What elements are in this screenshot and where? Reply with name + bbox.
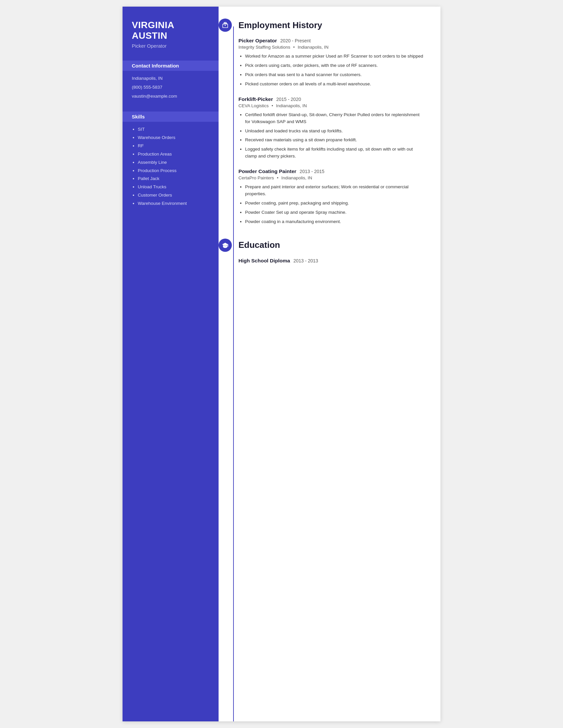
education-header-row: Education [238,239,426,252]
job-dates: 2020 - Present [280,38,311,43]
job-bullet: Prepare and paint interior and exterior … [245,184,426,198]
skill-item: Customer Orders [138,192,209,199]
job-bullet: Pick orders that was sent to a hand scan… [245,71,426,78]
employment-section: Employment History Picker Operator2020 -… [238,19,426,225]
education-header: High School Diploma2013 - 2013 [238,258,426,264]
skill-item: Warehouse Orders [138,135,209,141]
education-dates: 2013 - 2013 [294,258,318,263]
sidebar: VIRGINIA AUSTIN Picker Operator Contact … [122,7,218,721]
job-bullet: Pick orders using carts, order pickers, … [245,62,426,69]
skills-list: SITWarehouse OrdersRFProduction AreasAss… [132,126,209,207]
job-bullet: Received raw materials using a sit down … [245,137,426,144]
job-block: Forklift-Picker2015 - 2020CEVA Logistics… [238,96,426,160]
contact-city: Indianapolis, IN [132,75,209,82]
resume-container: VIRGINIA AUSTIN Picker Operator Contact … [122,7,441,721]
job-company: Integrity Staffing Solutions • Indianapo… [238,45,426,50]
timeline-line [233,26,234,721]
job-company: CertaPro Painters • Indianapolis, IN [238,175,426,180]
job-title: Forklift-Picker [238,96,273,102]
employment-section-title: Employment History [238,20,322,30]
candidate-name: VIRGINIA AUSTIN [132,20,209,41]
briefcase-icon [218,19,232,32]
job-title: Powder Coating Painter [238,168,297,174]
job-bullet: Unloaded and loaded trucks via stand up … [245,128,426,135]
job-bullet: Logged safety check items for all forkli… [245,146,426,160]
job-header: Forklift-Picker2015 - 2020 [238,96,426,102]
skills-section-header: Skills [122,112,218,122]
job-block: Picker Operator2020 - PresentIntegrity S… [238,38,426,88]
job-bullet: Picked customer orders on all levels of … [245,81,426,88]
contact-email: vaustin@example.com [132,93,209,100]
skill-item: Unload Trucks [138,184,209,190]
education-container: High School Diploma2013 - 2013 [238,258,426,264]
job-bullet: Powder coating, paint prep, packaging an… [245,200,426,207]
job-dates: 2013 - 2015 [300,169,325,174]
skill-item: Assembly Line [138,159,209,166]
job-bullets: Certified forklift driver Stand-up, Sit-… [238,112,426,160]
job-bullet: Certified forklift driver Stand-up, Sit-… [245,112,426,125]
candidate-title: Picker Operator [132,43,209,49]
job-block: Powder Coating Painter2013 - 2015CertaPr… [238,168,426,225]
job-bullet: Powder coating in a manufacturing enviro… [245,218,426,225]
skill-item: Production Process [138,168,209,174]
education-degree: High School Diploma [238,258,290,264]
job-company: CEVA Logistics • Indianapolis, IN [238,103,426,108]
job-bullets: Prepare and paint interior and exterior … [238,184,426,225]
education-section: Education High School Diploma2013 - 2013 [238,239,426,264]
job-title: Picker Operator [238,38,277,44]
jobs-container: Picker Operator2020 - PresentIntegrity S… [238,38,426,225]
education-section-title: Education [238,240,280,250]
job-bullet: Worked for Amazon as a summer picker Use… [245,53,426,60]
skill-item: Pallet Jack [138,176,209,182]
job-dates: 2015 - 2020 [276,97,301,102]
job-bullets: Worked for Amazon as a summer picker Use… [238,53,426,88]
employment-header-row: Employment History [238,19,426,32]
job-header: Picker Operator2020 - Present [238,38,426,44]
skill-item: SIT [138,126,209,133]
skill-item: RF [138,143,209,149]
skill-item: Production Areas [138,151,209,158]
skills-section: Skills SITWarehouse OrdersRFProduction A… [132,112,209,209]
contact-section: Contact Information Indianapolis, IN (80… [132,61,209,102]
job-header: Powder Coating Painter2013 - 2015 [238,168,426,174]
skill-item: Warehouse Environment [138,201,209,207]
education-block: High School Diploma2013 - 2013 [238,258,426,264]
contact-section-header: Contact Information [122,61,218,71]
job-bullet: Powder Coater Set up and operate Spray m… [245,209,426,216]
contact-phone: (800) 555-5837 [132,84,209,91]
graduation-icon [218,239,232,252]
main-content: Employment History Picker Operator2020 -… [218,7,441,721]
